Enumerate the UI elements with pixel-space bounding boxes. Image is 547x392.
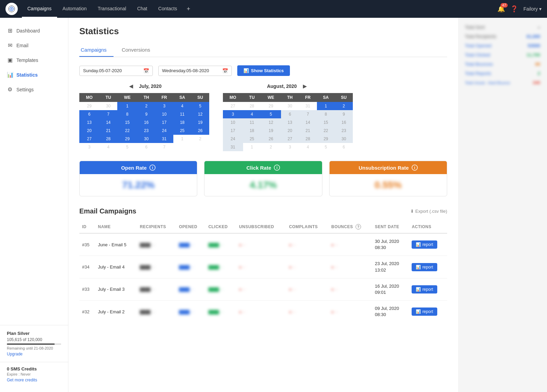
calendar-day[interactable]: 20 <box>281 127 299 135</box>
date-to-input-wrap[interactable]: 📅 <box>158 66 232 76</box>
calendar-day[interactable]: 4 <box>299 143 317 151</box>
calendar-day[interactable]: 1 <box>317 102 335 110</box>
calendar-day[interactable]: 5 <box>117 143 137 151</box>
calendar-day[interactable]: 4 <box>99 143 118 151</box>
calendar-day[interactable]: 2 <box>335 102 353 110</box>
calendar-day[interactable]: 2 <box>261 143 281 151</box>
calendar-day[interactable]: 15 <box>317 118 335 127</box>
calendar-day[interactable]: 9 <box>335 110 353 118</box>
calendar-day[interactable]: 24 <box>155 127 173 135</box>
date-to-input[interactable] <box>162 68 219 73</box>
calendar-day[interactable]: 6 <box>281 110 299 118</box>
calendar-day[interactable]: 14 <box>99 118 118 127</box>
nav-campaigns[interactable]: Campaigns <box>22 0 57 18</box>
nav-automation[interactable]: Automation <box>57 0 92 18</box>
calendar-day[interactable]: 26 <box>191 127 209 135</box>
calendar-day[interactable]: 26 <box>261 135 281 143</box>
calendar-day[interactable]: 28 <box>299 135 317 143</box>
calendar-day[interactable]: 25 <box>243 135 261 143</box>
bounces-info-icon[interactable]: ? <box>356 224 361 230</box>
report-button[interactable]: 📊 report <box>412 240 437 249</box>
calendar-day[interactable]: 7 <box>155 143 173 151</box>
calendar-day[interactable]: 6 <box>335 143 353 151</box>
calendar-day[interactable]: 13 <box>281 118 299 127</box>
calendar-day[interactable]: 27 <box>281 135 299 143</box>
cell-actions[interactable]: 📊 report <box>409 278 447 300</box>
calendar-day[interactable]: 23 <box>335 127 353 135</box>
calendar-day[interactable]: 18 <box>243 127 261 135</box>
calendar-day[interactable]: 5 <box>261 110 281 118</box>
tab-conversions[interactable]: Conversions <box>120 43 157 57</box>
calendar-day[interactable]: 17 <box>155 118 173 127</box>
calendar-day[interactable]: 6 <box>137 143 156 151</box>
calendar-day[interactable]: 14 <box>299 118 317 127</box>
report-button[interactable]: 📊 report <box>412 308 437 316</box>
click-rate-info-icon[interactable]: i <box>274 165 280 171</box>
calendar-day[interactable]: 17 <box>223 127 243 135</box>
calendar-day[interactable]: 3 <box>79 143 99 151</box>
calendar-day[interactable]: 22 <box>117 127 137 135</box>
calendar-day[interactable]: 8 <box>317 110 335 118</box>
calendar-to-icon[interactable]: 📅 <box>222 68 228 74</box>
user-menu[interactable]: Failory ▾ <box>523 6 542 12</box>
calendar-day[interactable]: 30 <box>335 135 353 143</box>
calendar-day[interactable]: 30 <box>281 102 299 110</box>
calendar-day[interactable]: 30 <box>99 102 118 110</box>
calendar-prev-arrow[interactable]: ◀ <box>127 83 135 90</box>
get-more-credits-link[interactable]: Get more credits <box>7 378 61 382</box>
help-icon[interactable]: ❓ <box>510 5 518 13</box>
calendar-from-icon[interactable]: 📅 <box>143 68 149 74</box>
calendar-day[interactable]: 20 <box>79 127 99 135</box>
calendar-day[interactable]: 28 <box>243 102 261 110</box>
show-statistics-button[interactable]: 📊 Show Statistics <box>237 65 290 76</box>
cell-actions[interactable]: 📊 report <box>409 233 447 256</box>
calendar-day[interactable]: 1 <box>117 102 137 110</box>
report-button[interactable]: 📊 report <box>412 263 437 271</box>
calendar-next-arrow[interactable]: ▶ <box>301 83 309 90</box>
calendar-day[interactable]: 3 <box>155 102 173 110</box>
sidebar-item-settings[interactable]: ⚙ Settings <box>0 82 68 97</box>
sidebar-item-templates[interactable]: ▣ Templates <box>0 53 68 67</box>
calendar-day[interactable]: 30 <box>137 135 156 143</box>
calendar-day[interactable]: 29 <box>317 135 335 143</box>
calendar-day[interactable]: 5 <box>317 143 335 151</box>
calendar-day[interactable]: 27 <box>79 135 99 143</box>
sidebar-item-email[interactable]: ✉ Email <box>0 38 68 53</box>
calendar-day[interactable]: 4 <box>173 102 191 110</box>
cell-actions[interactable]: 📊 report <box>409 301 447 323</box>
calendar-day[interactable]: 3 <box>223 110 243 118</box>
calendar-day[interactable]: 9 <box>137 110 156 118</box>
calendar-day[interactable]: 12 <box>191 110 209 118</box>
calendar-day[interactable]: 2 <box>137 102 156 110</box>
calendar-day[interactable]: 29 <box>261 102 281 110</box>
cell-actions[interactable]: 📊 report <box>409 256 447 278</box>
calendar-day[interactable]: 6 <box>79 110 99 118</box>
calendar-day[interactable]: 29 <box>79 102 99 110</box>
calendar-day[interactable]: 2 <box>191 135 209 143</box>
calendar-day[interactable]: 25 <box>173 127 191 135</box>
nav-transactional[interactable]: Transactional <box>92 0 132 18</box>
calendar-day[interactable]: 28 <box>99 135 118 143</box>
calendar-day[interactable]: 19 <box>191 118 209 127</box>
calendar-day[interactable]: 10 <box>155 110 173 118</box>
calendar-day[interactable]: 7 <box>99 110 118 118</box>
calendar-day[interactable]: 15 <box>117 118 137 127</box>
calendar-day[interactable]: 1 <box>173 135 191 143</box>
report-button[interactable]: 📊 report <box>412 285 437 293</box>
calendar-day[interactable]: 16 <box>137 118 156 127</box>
sidebar-item-dashboard[interactable]: ⊞ Dashboard <box>0 23 68 38</box>
calendar-day[interactable]: 21 <box>99 127 118 135</box>
calendar-day[interactable]: 22 <box>317 127 335 135</box>
calendar-day[interactable]: 1 <box>243 143 261 151</box>
calendar-day[interactable]: 11 <box>243 118 261 127</box>
calendar-day[interactable]: 16 <box>335 118 353 127</box>
calendar-day[interactable]: 31 <box>155 135 173 143</box>
date-from-input[interactable] <box>83 68 141 73</box>
calendar-day[interactable]: 12 <box>261 118 281 127</box>
upgrade-link[interactable]: Upgrade <box>7 352 61 356</box>
calendar-day[interactable]: 13 <box>79 118 99 127</box>
calendar-day[interactable]: 29 <box>117 135 137 143</box>
calendar-day[interactable]: 11 <box>173 110 191 118</box>
tab-campaigns[interactable]: Campaigns <box>79 43 114 57</box>
nav-contacts[interactable]: Contacts <box>153 0 183 18</box>
